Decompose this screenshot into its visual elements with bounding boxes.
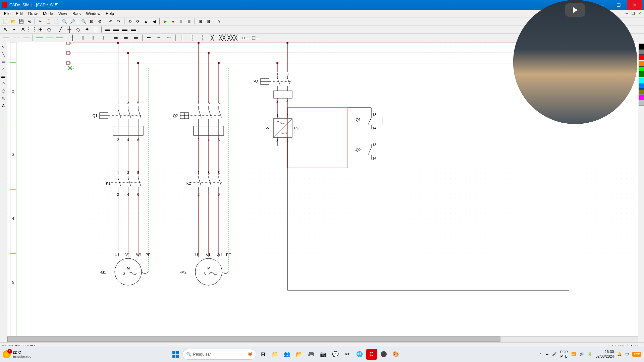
zoom-fit-button[interactable]: ⊡ [88, 18, 95, 25]
maximize-button[interactable]: ☐ [611, 0, 626, 10]
line1-button[interactable]: ▬ [103, 26, 111, 33]
fill-rect-tool[interactable]: ▬ [0, 73, 7, 80]
tray-datetime[interactable]: 16:30 02/08/2024 [595, 350, 614, 358]
paste-button[interactable]: 📄 [53, 18, 60, 25]
comp-dash2[interactable]: ╌ [154, 34, 164, 42]
delete-node-button[interactable]: ✕ [19, 26, 27, 33]
color-black[interactable] [639, 44, 644, 49]
rect-tool[interactable]: ▭ [0, 58, 7, 65]
comp-v4[interactable]: ╳ [208, 34, 217, 42]
comp-node1[interactable]: ○─ [241, 34, 250, 42]
comp-dash3[interactable]: ┅ [164, 34, 174, 42]
play-button[interactable]: ▶ [161, 18, 169, 25]
color-blue[interactable] [639, 83, 644, 89]
color-silver[interactable] [639, 101, 644, 106]
line-button[interactable]: ╱ [57, 26, 65, 33]
close-button[interactable]: ✕ [627, 0, 642, 10]
redo-button[interactable]: ↷ [115, 18, 122, 25]
tray-chevron-icon[interactable]: ^ [540, 352, 541, 356]
save-button[interactable]: 💾 [17, 18, 25, 25]
comp-wire4[interactable] [35, 34, 44, 42]
tray-language[interactable]: POR PTB [560, 350, 568, 358]
cross-button[interactable]: ✦ [83, 26, 91, 33]
pencil-tool[interactable]: ✎ [0, 95, 7, 102]
color-lime[interactable] [639, 66, 644, 72]
line2-button[interactable]: ▬ [112, 26, 120, 33]
color-green[interactable] [639, 72, 644, 77]
comp-line-h3[interactable]: ═ [131, 34, 141, 42]
refresh-button[interactable]: ⚙ [96, 18, 103, 25]
comp-cross[interactable]: ┼ [68, 34, 77, 42]
undo-button[interactable]: ↶ [107, 18, 114, 25]
node-button[interactable]: • [10, 26, 18, 33]
print-button[interactable]: 🖨 [25, 18, 33, 25]
comp-v1[interactable]: │ [177, 34, 187, 42]
menu-mode[interactable]: Mode [40, 11, 56, 17]
doc-minimize-button[interactable]: ─ [624, 11, 630, 16]
rotate-left-button[interactable]: ⟲ [126, 18, 133, 25]
wire-button[interactable]: ┼ [65, 26, 73, 33]
play-overlay-icon[interactable] [565, 3, 585, 17]
line3-button[interactable]: ▬ [121, 26, 129, 33]
scrollbar-thumb[interactable] [7, 337, 500, 342]
menu-edit[interactable]: Edit [13, 11, 25, 17]
search-box[interactable]: 🔍 Pesquisar 🦊 [182, 349, 256, 360]
poly-tool[interactable]: ⬡ [0, 88, 7, 95]
color-olive[interactable] [639, 89, 644, 95]
help-button[interactable]: ? [216, 18, 223, 25]
teams-icon[interactable]: 👥 [282, 349, 292, 360]
comp-node2[interactable]: □─ [251, 34, 260, 42]
find-next-button[interactable]: 🔎 [69, 18, 76, 25]
find-button[interactable]: 🔍 [61, 18, 68, 25]
color-red[interactable] [639, 55, 644, 60]
stop-button[interactable]: ⏹ [185, 18, 193, 25]
menu-help[interactable]: Help [103, 11, 117, 17]
comp-wire5[interactable] [45, 34, 54, 42]
comp-wire6[interactable] [55, 34, 64, 42]
obs-icon[interactable]: ⚫ [378, 349, 389, 360]
comp-bus4[interactable]: ⦀ [98, 34, 107, 42]
rotate-right-button[interactable]: ⟳ [134, 18, 142, 25]
comp-v6[interactable]: ╳╳╳ [228, 34, 237, 42]
tray-security-icon[interactable]: 🛡 [625, 352, 629, 356]
tray-battery-icon[interactable]: 🔋 [587, 352, 592, 356]
window1-button[interactable]: ⊞ [197, 18, 204, 25]
comp-v3[interactable]: ╎ [198, 34, 207, 42]
line-tool[interactable]: ╲ [0, 51, 7, 58]
text-tool[interactable]: A [0, 103, 7, 109]
tray-pre-icon[interactable]: PRE [632, 352, 641, 357]
chrome-icon[interactable]: 🌐 [354, 349, 365, 360]
tray-volume-icon[interactable]: 🔊 [579, 352, 584, 356]
comp-wire1[interactable] [1, 34, 11, 42]
mirror-h-button[interactable]: ▲ [142, 18, 150, 25]
start-button[interactable] [170, 349, 181, 360]
pause-button[interactable]: ⏸ [177, 18, 185, 25]
comp-wire2[interactable] [11, 34, 21, 42]
comp-v2[interactable]: ┊ [187, 34, 197, 42]
comp-line-h2[interactable]: ═ [121, 34, 130, 42]
explorer-icon[interactable]: 📁 [270, 349, 280, 360]
copy-button[interactable]: 📋 [45, 18, 52, 25]
discord-icon[interactable]: 🎮 [306, 349, 317, 360]
junction-button[interactable]: ◇ [74, 26, 82, 33]
menu-file[interactable]: File [1, 11, 13, 17]
tray-mic-icon[interactable]: 🎤 [552, 352, 557, 356]
weather-widget[interactable]: 22°C Ensolarado [3, 350, 32, 358]
task-view-button[interactable]: ⊞ [258, 349, 268, 360]
open-button[interactable]: 📂 [9, 18, 17, 25]
select-tool[interactable]: ↖ [0, 44, 7, 50]
color-cyan[interactable] [639, 78, 644, 83]
mirror-v-button[interactable]: ◀ [150, 18, 158, 25]
comp-dash1[interactable]: ━ [144, 34, 154, 42]
skype-icon[interactable]: 💬 [330, 349, 341, 360]
doc-restore-button[interactable]: ❐ [630, 11, 636, 16]
box-button[interactable]: □ [92, 26, 100, 33]
new-button[interactable]: 📄 [1, 18, 9, 25]
color-gray[interactable] [639, 49, 644, 55]
ellipse-tool[interactable]: ○ [0, 66, 7, 72]
tray-notification-icon[interactable]: 🔔 [617, 352, 622, 356]
menu-view[interactable]: View [56, 11, 70, 17]
arc-tool[interactable]: ◠ [0, 80, 7, 87]
tray-cloud-icon[interactable]: ☁ [545, 352, 549, 356]
cut-button[interactable]: ✂ [37, 18, 44, 25]
